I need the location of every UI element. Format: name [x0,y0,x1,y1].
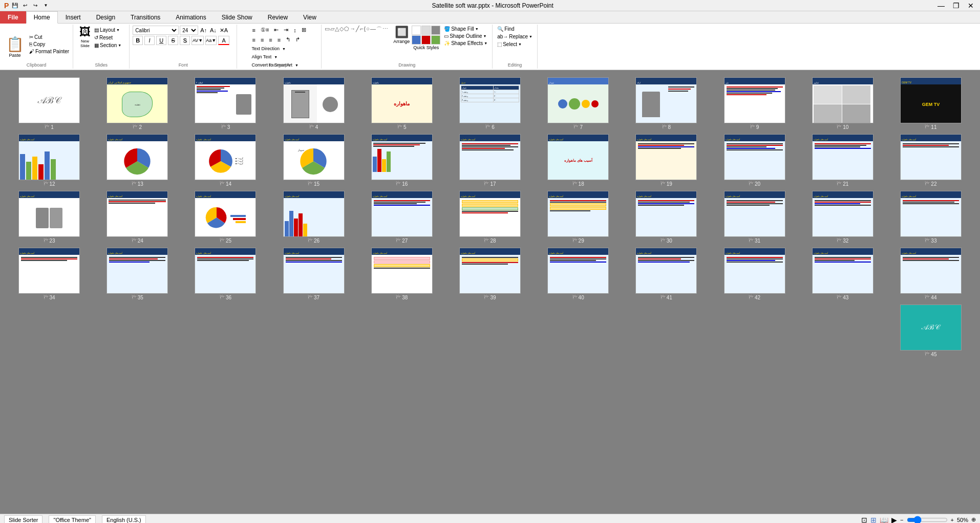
ltr-text-button[interactable]: ↱ [293,35,302,44]
new-slide-button[interactable]: 🖼 New Slide [79,26,91,48]
zoom-slider[interactable] [907,516,948,524]
slide-item[interactable]: آسیب‌های ماهواره نمودار 🏁15 [272,134,356,187]
slide-item[interactable]: آسیب‌های ماهواره 🏁43 [801,248,885,300]
slide-thumbnail[interactable]: آسیب‌های ماهواره [812,134,874,180]
slide-thumbnail[interactable]: آسیب‌های ماهواره [371,134,433,180]
slide-thumbnail[interactable]: آسیب‌های ماهواره [459,191,521,237]
language-tab[interactable]: English (U.S.) [102,515,146,524]
shadow-button[interactable]: S [180,36,190,45]
slide-thumbnail[interactable]: آسیب‌های ماهواره نمودار [283,134,345,180]
zoom-out-button[interactable]: − [900,517,903,523]
slide-item[interactable]: آسیب‌های ماهواره 🏁21 [801,134,885,187]
slide-thumbnail[interactable]: آسیب‌های ماهواره [195,191,256,237]
shape-fill-button[interactable]: 🪣 Shape Fill ▼ [442,26,489,32]
increase-font-button[interactable]: A↑ [199,27,208,34]
italic-button[interactable]: I [144,36,155,45]
qs-item-6[interactable] [431,35,440,45]
slide-item[interactable]: آسیب‌های ماهواره 🏁17 [448,134,532,187]
shape-tool-rect[interactable]: ▭ [325,26,330,33]
window-minimize[interactable]: — [935,2,947,10]
slide-thumbnail[interactable]: آسیب‌های ماهواره [18,191,80,237]
slide-thumbnail[interactable]: تصاویر [812,77,874,123]
slide-thumbnail[interactable]: آسیب‌های ماهواره [459,248,521,294]
font-size-select[interactable]: 24 [180,26,198,35]
slide-thumbnail[interactable]: آسیب‌های ماهواره ■ گروه ۱ ■ گروه ۲ ■ گرو… [195,134,256,180]
bullets-button[interactable]: ≡ [250,26,257,34]
slide-thumbnail[interactable]: آسیب‌های ماهواره [283,248,345,294]
slide-thumbnail[interactable]: ارائه [635,77,697,123]
slide-thumbnail[interactable]: آسیب‌های ماهواره [283,191,345,237]
increase-indent-button[interactable]: ⇥ [282,26,290,34]
slide-thumbnail[interactable]: آسیب‌های ماهواره [724,248,785,294]
slide-thumbnail[interactable]: ماهواره [283,77,345,123]
slide-item[interactable]: ماهواره ماهواره 🏁5 [360,77,444,130]
slide-thumbnail[interactable]: 𝒜ℬ𝒞 [18,77,80,123]
slide-item[interactable]: آسیب‌های ماهواره 🏁16 [360,134,444,187]
slide-item[interactable]: آسیب‌های ماهواره 🏁38 [360,248,444,300]
slide-sorter-tab[interactable]: Slide Sorter [4,515,42,524]
slide-item[interactable]: آسیب‌های ماهواره 🏁41 [624,248,708,300]
slide-item[interactable]: آسیب‌های ماهواره 🏁35 [95,248,179,300]
find-button[interactable]: 🔍 Find [496,26,534,32]
slide-thumbnail[interactable]: آسیب‌های ماهواره [106,191,168,237]
tab-design[interactable]: Design [89,11,123,24]
slide-thumbnail[interactable]: آسیب‌های ماهواره [635,191,697,237]
underline-button[interactable]: U [156,36,166,45]
qs-item-5[interactable] [421,35,431,45]
align-left-button[interactable]: ≡ [250,36,257,44]
slide-item[interactable]: آسیب‌های ماهواره 🏁30 [624,191,708,244]
shape-tool-brace[interactable]: { [364,26,366,33]
slide-item[interactable]: آسیب‌های ماهواره 🏁39 [448,248,532,300]
slide-item[interactable]: 𝒜ℬ𝒞 🏁45 [889,304,973,357]
slide-thumbnail[interactable]: آسیب‌های ماهواره [371,248,433,294]
slide-thumbnail[interactable]: آسیب‌های ماهواره [547,248,609,294]
text-direction-button[interactable]: Text Direction [250,45,281,52]
shape-tool-rect2[interactable]: ▱ [330,26,334,33]
tab-animations[interactable]: Animations [168,11,214,24]
slide-thumbnail[interactable]: جمهوری اسلامی ایران نقشه [106,77,168,123]
shape-tool-arrow[interactable]: → [350,26,355,33]
shape-tool-diamond[interactable]: ◇ [339,26,344,33]
tab-transitions[interactable]: Transitions [123,11,168,24]
slide-thumbnail[interactable]: آسیب‌های ماهواره [812,248,874,294]
slide-item[interactable]: آسیب‌های ماهواره 🏁40 [536,248,620,300]
slide-item[interactable]: آسیب‌های ماهواره 🏁12 [7,134,91,187]
shape-tool-pentagon[interactable]: ⬠ [344,26,349,33]
window-close[interactable]: ✕ [966,2,976,10]
slide-item[interactable]: آسیب‌های ماهواره 🏁37 [272,248,356,300]
layout-button[interactable]: ▤ Layout ▼ [93,27,123,33]
format-painter-button[interactable]: 🖌 Format Painter [28,48,71,55]
slide-item[interactable]: آسیب‌های ماهواره 🏁31 [712,191,796,244]
slide-item[interactable]: آسیب‌های ماهواره 🏁29 [536,191,620,244]
slide-item[interactable]: آسیب‌های ماهواره 🏁32 [801,191,885,244]
qs-item-4[interactable] [412,35,421,45]
shape-tool-triangle[interactable]: △ [335,26,339,33]
slide-item[interactable]: 𝒜ℬ𝒞 🏁1 [7,77,91,130]
decrease-font-button[interactable]: A↓ [209,27,218,34]
slide-sorter[interactable]: 𝒜ℬ𝒞 🏁1 جمهوری اسلامی ایران نقشه 🏁2 [0,70,980,514]
slide-thumbnail[interactable]: آسیب‌های ماهواره [724,134,785,180]
slide-item[interactable]: جمهوری اسلامی ایران نقشه 🏁2 [95,77,179,130]
shape-tool-line[interactable]: ╱ [356,26,359,33]
decrease-indent-button[interactable]: ⇤ [272,26,281,34]
slide-thumbnail[interactable]: آسیب‌های ماهواره [195,248,256,294]
change-case-button[interactable]: Aa▼ [205,36,217,45]
slide-thumbnail[interactable]: آسیب‌های ماهواره [900,134,962,180]
slide-item[interactable]: آسیب‌های ماهواره 🏁36 [183,248,267,300]
slide-item[interactable]: آسیب‌های ماهواره 🏁33 [889,191,973,244]
slide-item[interactable]: آسیب‌های ماهواره 🏁28 [448,191,532,244]
slide-item[interactable]: آسیب‌های ماهواره 🏁20 [712,134,796,187]
slide-item[interactable]: GEM TV GEM TV 🏁11 [889,77,973,130]
align-right-button[interactable]: ≡ [267,36,274,44]
slide-thumbnail[interactable]: آسیب‌های ماهواره [900,191,962,237]
slide-thumbnail[interactable]: آسیب‌های ماهواره آسیب های ماهواره [547,134,609,180]
slide-item[interactable]: آسیب‌های ماهواره آسیب های ماهواره 🏁18 [536,134,620,187]
tab-insert[interactable]: Insert [58,11,89,24]
shape-tool-curve[interactable]: ⌒ [376,26,382,33]
quick-access-redo[interactable]: ↪ [31,2,39,10]
slide-thumbnail[interactable]: 𝒜ℬ𝒞 [900,304,962,351]
reset-button[interactable]: ↺ Reset [93,34,123,41]
slide-item[interactable]: ماهواره 🏁4 [272,77,356,130]
qs-item-1[interactable] [412,26,421,35]
slide-item[interactable]: آسیب‌های ماهواره 🏁22 [889,134,973,187]
